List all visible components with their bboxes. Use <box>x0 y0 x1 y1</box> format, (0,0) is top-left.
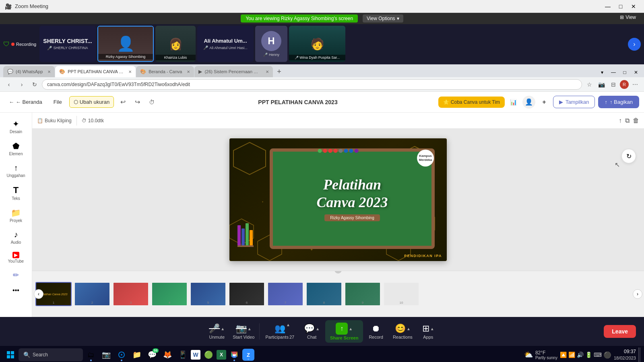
address-bar[interactable]: canva.com/design/DAFazq3gIT0/EwV93Tm5fRD… <box>42 79 582 90</box>
tab-youtube[interactable]: ▶ (26) Sistem Pencernaan Manusia... ✕ <box>194 66 273 77</box>
start-button[interactable] <box>3 348 18 362</box>
sidebar-design[interactable]: ✦ Desain <box>2 116 30 137</box>
thumbnail-5[interactable]: 5 <box>190 282 226 306</box>
present-button[interactable]: ▶ Tampilkan <box>553 96 595 108</box>
tray-chevron-icon[interactable]: 🔼 <box>560 352 567 358</box>
chat-control[interactable]: 💬 ▲ Chat <box>300 321 324 342</box>
browser-minimize-button[interactable]: — <box>609 68 618 77</box>
redo-button[interactable]: ↪ <box>132 97 143 108</box>
show-desktop-button[interactable] <box>638 348 641 362</box>
add-user-button[interactable]: + <box>539 97 550 108</box>
audio-volume-icon[interactable]: 🔊 <box>577 352 584 358</box>
share-screen-control[interactable]: ↑ ▲ Share Screen <box>325 320 363 343</box>
user-avatar-button[interactable]: 👤 <box>522 96 535 109</box>
taskbar-app-word[interactable]: W <box>191 350 200 360</box>
scroll-thumbnails-right-button[interactable]: › <box>633 289 642 299</box>
sidebar-audio[interactable]: ♪ Audio <box>2 227 30 248</box>
taskbar-app-firefox[interactable]: 🦊 <box>160 348 175 362</box>
sidebar-more[interactable]: ✏ <box>2 267 30 283</box>
tab-canva-beranda[interactable]: 🎨 Beranda - Canva ✕ <box>136 66 194 77</box>
browser-restore-button[interactable]: □ <box>620 68 630 77</box>
share-to-btn[interactable]: ↑ <box>619 117 622 124</box>
resize-button[interactable]: ⬡ Ubah ukuran <box>69 96 114 108</box>
participant-tile-ali[interactable]: Ali Ahmatul Um... 🎤 Ali Ahmatul Umri Has… <box>197 26 254 62</box>
participant-tile-rizky[interactable]: 👤 Rizky Agassy Sihombing <box>97 26 154 62</box>
start-video-control[interactable]: 📷 ▲ Start Video <box>229 321 258 342</box>
whatsapp-tab-close[interactable]: ✕ <box>47 70 51 74</box>
maximize-button[interactable]: □ <box>615 1 626 12</box>
back-button[interactable]: ‹ <box>3 79 14 90</box>
split-view-button[interactable]: ⊟ <box>608 79 619 90</box>
sidebar-elements[interactable]: ⬟ Elemen <box>2 138 30 159</box>
thumbnail-4[interactable]: 4 <box>151 282 188 306</box>
thumbnail-8[interactable]: 8 <box>306 282 342 306</box>
thumbnail-10[interactable]: 10 <box>383 282 419 306</box>
tab-canva-ppt[interactable]: 🎨 PPT PELATIHAN CANVA 2023 -... ✕ <box>55 66 136 77</box>
reactions-control[interactable]: 😊 ▲ Reactions <box>389 321 417 342</box>
taskbar-app-camera[interactable]: 📷 <box>99 348 114 362</box>
minimize-button[interactable]: — <box>602 1 613 12</box>
bookmark-button[interactable]: ☆ <box>584 79 595 90</box>
taskbar-app-whatsapp[interactable]: 💬 55 <box>145 348 159 362</box>
zoom-tray-icon[interactable]: ⚫ <box>603 351 611 359</box>
participant-tile-wina[interactable]: 🧑 🎤 Wina Dyah Puspita Sar... <box>289 26 345 62</box>
view-button[interactable]: ⊞ View <box>620 14 636 20</box>
analytics-button[interactable]: 📊 <box>508 97 519 108</box>
participants-control[interactable]: 👥 ▲ Participants 27 <box>261 321 298 342</box>
back-to-beranda-button[interactable]: ← ← Beranda <box>5 97 46 107</box>
refresh-slide-button[interactable]: ↻ <box>621 149 636 163</box>
file-menu-button[interactable]: File <box>50 97 66 107</box>
battery-icon[interactable]: 🔋 <box>585 352 592 358</box>
weather-widget[interactable]: ⛅ 82°F Partly sunny <box>524 350 557 360</box>
sidebar-ellipsis[interactable]: ••• <box>2 284 30 297</box>
view-options-button[interactable]: View Options ▾ <box>363 14 403 23</box>
participant-tile-sherly[interactable]: SHERLY CHRIST... 🎤 SHERLY CHRISTINA <box>39 26 96 62</box>
sidebar-project[interactable]: 📁 Proyek <box>2 205 30 226</box>
scroll-thumbnails-left-button[interactable]: ‹ <box>34 289 43 299</box>
taskbar-app-excel[interactable]: X <box>217 350 226 360</box>
book-kliping-button[interactable]: 📋 Buku Kliping <box>37 118 72 123</box>
taskbar-app-edge[interactable] <box>114 348 129 362</box>
thumbnail-6[interactable]: 6 <box>229 282 265 306</box>
network-icon[interactable]: 📶 <box>568 352 575 358</box>
sidebar-upload[interactable]: ↑ Unggahan <box>2 160 30 181</box>
tab-whatsapp[interactable]: 💬 (4) WhatsApp ✕ <box>3 66 55 77</box>
clock-history-button[interactable]: ⏱ <box>146 97 157 108</box>
delete-btn[interactable]: 🗑 <box>633 117 639 124</box>
refresh-button[interactable]: ↻ <box>29 79 40 90</box>
taskbar-app-zoom-green[interactable]: 🟢 <box>201 348 216 362</box>
profile-button[interactable]: R <box>620 80 629 89</box>
sidebar-youtube[interactable]: ▶ YouTube <box>2 249 30 267</box>
forward-button[interactable]: › <box>16 79 27 90</box>
taskbar-app-zoom[interactable]: Z <box>242 349 254 361</box>
participant-tile-khairiza[interactable]: 👩 Khairiza Lubis <box>155 26 196 62</box>
timer-button[interactable]: ⏱ 10.0dtk <box>82 118 104 123</box>
taskbar-app-phonelink[interactable]: 📱 <box>175 348 190 362</box>
canva-ppt-tab-close[interactable]: ✕ <box>128 70 132 74</box>
thumbnail-3[interactable]: 3 <box>113 282 149 306</box>
keyboard-icon[interactable]: ⌨ <box>594 352 602 358</box>
leave-button[interactable]: Leave <box>604 325 636 338</box>
upgrade-button[interactable]: ⭐ Coba Canva untuk Tim <box>438 97 505 108</box>
taskbar-search[interactable]: 🔍 Search <box>19 348 83 361</box>
browser-close-button[interactable]: ✕ <box>631 68 641 77</box>
participants-next-button[interactable]: › <box>628 38 641 51</box>
taskbar-app-folder[interactable]: 📁 <box>130 348 144 362</box>
taskbar-app-file-explorer[interactable]: 🗂 <box>84 348 98 362</box>
taskbar-clock[interactable]: 09:37 18/02/2023 <box>614 348 636 361</box>
copy-btn[interactable]: ⧉ <box>625 117 630 124</box>
taskbar-app-chrome[interactable] <box>227 348 242 362</box>
beranda-tab-close[interactable]: ✕ <box>187 70 190 74</box>
unmute-control[interactable]: 🎤 ▲ Unmute <box>206 321 228 342</box>
close-button[interactable]: ✕ <box>628 1 639 12</box>
browser-collapse-button[interactable]: ▾ <box>597 68 607 77</box>
participant-tile-henny[interactable]: H 🎤 Henny <box>255 26 287 62</box>
thumbnail-7[interactable]: 7 <box>267 282 303 306</box>
browser-menu-button[interactable]: ⋯ <box>630 79 641 90</box>
undo-button[interactable]: ↩ <box>117 97 128 108</box>
record-control[interactable]: ⏺ Record <box>365 321 387 342</box>
screenshot-button[interactable]: 📷 <box>596 79 607 90</box>
sidebar-text[interactable]: T Teks <box>2 182 30 204</box>
collapse-thumbnails-button[interactable]: ▼ <box>334 271 342 274</box>
canva-slide[interactable]: ✦ ✦ ✦ ✦ ✦ PelatihanCanva 2023 Rizky Agas… <box>229 138 447 261</box>
